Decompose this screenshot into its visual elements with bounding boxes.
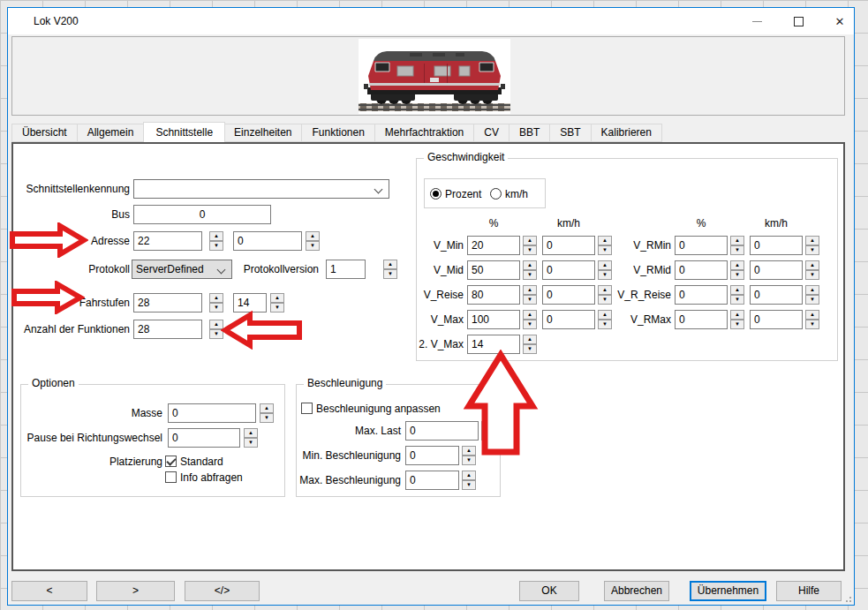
spin-down-button[interactable] xyxy=(805,320,819,329)
vmax-kmh-input[interactable] xyxy=(542,310,595,329)
spin-up-button[interactable] xyxy=(306,231,320,241)
vmin-kmh-input[interactable] xyxy=(542,236,595,255)
cancel-button[interactable]: Abbrechen xyxy=(604,581,669,601)
vmax-pct-input[interactable] xyxy=(467,310,520,329)
spin-down-button[interactable] xyxy=(481,431,495,441)
spin-down-button[interactable] xyxy=(598,320,612,329)
spin-down-button[interactable] xyxy=(523,344,537,354)
spin-down-button[interactable] xyxy=(730,320,744,329)
spin-up-button[interactable] xyxy=(523,310,537,320)
beschleunigung-anpassen-label[interactable]: Beschleunigung anpassen xyxy=(316,399,457,418)
vrmax-kmh-input[interactable] xyxy=(750,310,803,329)
spin-up-button[interactable] xyxy=(598,310,612,320)
tab-funktionen[interactable]: Funktionen xyxy=(302,124,374,142)
adresse2-input[interactable] xyxy=(233,231,302,251)
tab-einzelheiten[interactable]: Einzelheiten xyxy=(224,124,302,142)
minimize-button[interactable] xyxy=(736,8,777,34)
tab-sbt[interactable]: SBT xyxy=(550,124,591,142)
spin-down-button[interactable] xyxy=(598,295,612,305)
protokollversion-input[interactable] xyxy=(326,260,366,279)
tab-cv[interactable]: CV xyxy=(474,124,509,142)
vrreise-kmh-input[interactable] xyxy=(750,285,803,305)
apply-button[interactable]: Übernehmen xyxy=(690,581,766,601)
spin-up-button[interactable] xyxy=(598,260,612,270)
spin-up-button[interactable] xyxy=(244,428,258,438)
spin-up-button[interactable] xyxy=(209,293,223,303)
spin-down-button[interactable] xyxy=(209,329,223,339)
masse-input[interactable] xyxy=(168,403,256,423)
pause-input[interactable] xyxy=(168,428,240,448)
vmid-kmh-input[interactable] xyxy=(542,260,595,280)
vreise-kmh-input[interactable] xyxy=(542,285,595,305)
spin-down-button[interactable] xyxy=(523,245,537,255)
spin-down-button[interactable] xyxy=(462,480,476,490)
info-abfragen-checkbox[interactable] xyxy=(165,471,177,483)
spin-up-button[interactable] xyxy=(523,335,537,344)
info-abfragen-checkbox-label[interactable]: Info abfragen xyxy=(180,468,268,487)
spin-up-button[interactable] xyxy=(805,260,819,270)
vrmid-kmh-input[interactable] xyxy=(750,260,803,280)
schnittstellenkennung-combobox[interactable] xyxy=(133,179,389,199)
vrreise-pct-input[interactable] xyxy=(675,285,728,305)
vmin-pct-input[interactable] xyxy=(467,236,520,255)
back-button[interactable]: < xyxy=(11,581,87,601)
spin-down-button[interactable] xyxy=(523,320,537,329)
spin-down-button[interactable] xyxy=(209,303,223,313)
vmid-pct-input[interactable] xyxy=(467,260,520,280)
spin-down-button[interactable] xyxy=(306,241,320,251)
spin-up-button[interactable] xyxy=(730,260,744,270)
tab-mehrfachtraktion[interactable]: Mehrfachtraktion xyxy=(375,124,474,142)
spin-up-button[interactable] xyxy=(481,421,495,431)
tab-uebersicht[interactable]: Übersicht xyxy=(11,124,78,142)
spin-down-button[interactable] xyxy=(383,269,397,279)
spin-up-button[interactable] xyxy=(462,446,476,456)
spin-up-button[interactable] xyxy=(598,285,612,295)
spin-down-button[interactable] xyxy=(598,270,612,280)
ok-button[interactable]: OK xyxy=(519,581,579,601)
kmh-radio-label[interactable]: km/h xyxy=(505,185,540,204)
vrmin-pct-input[interactable] xyxy=(675,236,728,255)
tab-schnittstelle[interactable]: Schnittstelle xyxy=(143,122,225,142)
fahrstufen-input[interactable] xyxy=(133,293,202,313)
spin-up-button[interactable] xyxy=(805,310,819,320)
kmh-radio[interactable] xyxy=(490,188,502,200)
min-beschleunigung-input[interactable] xyxy=(405,446,459,465)
spin-up-button[interactable] xyxy=(730,285,744,295)
protokoll-combobox[interactable]: ServerDefined xyxy=(132,260,232,279)
spin-up-button[interactable] xyxy=(462,471,476,480)
vrmid-pct-input[interactable] xyxy=(675,260,728,280)
prozent-radio-label[interactable]: Prozent xyxy=(445,185,489,204)
prozent-radio[interactable] xyxy=(430,188,442,200)
tab-allgemein[interactable]: Allgemein xyxy=(78,124,145,142)
tab-kalibrieren[interactable]: Kalibrieren xyxy=(592,124,662,142)
spin-up-button[interactable] xyxy=(523,236,537,245)
spin-down-button[interactable] xyxy=(805,270,819,280)
close-button[interactable]: ✕ xyxy=(819,8,860,34)
spin-up-button[interactable] xyxy=(805,285,819,295)
spin-down-button[interactable] xyxy=(730,295,744,305)
spin-down-button[interactable] xyxy=(805,295,819,305)
standard-checkbox[interactable] xyxy=(165,456,177,467)
beschleunigung-anpassen-checkbox[interactable] xyxy=(301,403,313,414)
forward-button[interactable]: > xyxy=(96,581,175,601)
tab-bbt[interactable]: BBT xyxy=(509,124,550,142)
max-last-input[interactable] xyxy=(405,421,479,441)
spin-up-button[interactable] xyxy=(523,260,537,270)
spin-up-button[interactable] xyxy=(209,320,223,329)
spin-down-button[interactable] xyxy=(462,456,476,465)
anzahl-funktionen-input[interactable] xyxy=(133,320,202,339)
spin-up-button[interactable] xyxy=(805,236,819,245)
spin-up-button[interactable] xyxy=(270,293,284,303)
spin-down-button[interactable] xyxy=(244,438,258,448)
spin-up-button[interactable] xyxy=(730,310,744,320)
spin-down-button[interactable] xyxy=(598,245,612,255)
resize-grip[interactable] xyxy=(842,593,851,602)
spin-down-button[interactable] xyxy=(730,245,744,255)
adresse-input[interactable] xyxy=(133,231,202,251)
vmax2-input[interactable] xyxy=(467,335,520,354)
bus-input[interactable] xyxy=(133,205,271,224)
spin-up-button[interactable] xyxy=(383,260,397,269)
code-view-button[interactable]: </> xyxy=(185,581,260,601)
spin-down-button[interactable] xyxy=(523,270,537,280)
title-bar[interactable]: Lok V200 ✕ xyxy=(8,8,854,34)
